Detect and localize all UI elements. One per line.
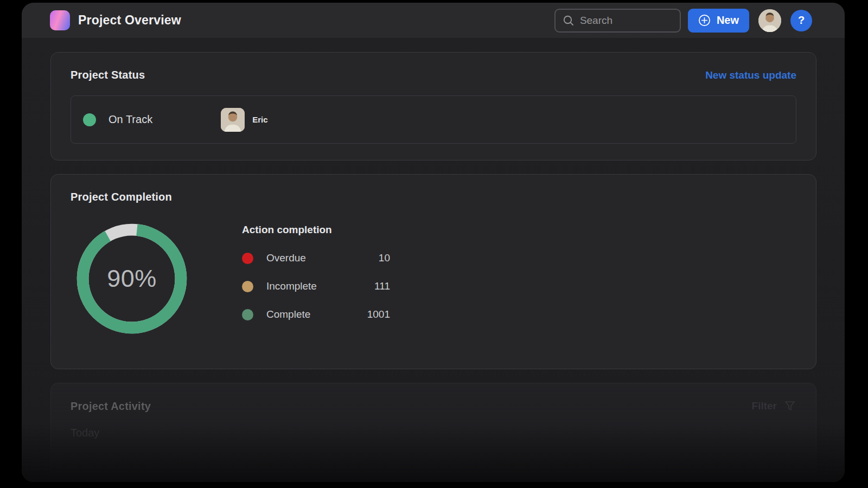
page-title: Project Overview: [78, 13, 181, 28]
legend-row-complete: Complete 1001: [242, 309, 390, 320]
complete-dot-icon: [242, 309, 253, 320]
top-bar: Project Overview New: [22, 3, 845, 38]
legend-row-overdue: Overdue 10: [242, 252, 390, 264]
legend-value: 1001: [352, 309, 390, 320]
app-logo-icon: [50, 10, 70, 30]
filter-funnel-icon: [783, 400, 796, 413]
legend-title: Action completion: [242, 224, 390, 236]
completion-donut-chart: 90%: [71, 217, 193, 340]
legend-value: 111: [352, 280, 390, 292]
legend-label: Overdue: [266, 252, 352, 264]
activity-card-title: Project Activity: [71, 400, 151, 413]
search-field: [554, 9, 681, 33]
filter-button[interactable]: Filter: [752, 400, 796, 413]
search-input[interactable]: [580, 15, 673, 27]
legend-row-incomplete: Incomplete 111: [242, 280, 390, 292]
new-status-update-link[interactable]: New status update: [705, 69, 796, 81]
completion-card-title: Project Completion: [71, 191, 796, 203]
status-row: On Track Eric: [71, 95, 796, 144]
overdue-dot-icon: [242, 253, 253, 264]
status-dot-icon: [83, 113, 96, 126]
status-label: On Track: [108, 113, 152, 126]
user-avatar[interactable]: [758, 9, 781, 32]
new-button-label: New: [717, 14, 739, 27]
help-button[interactable]: ?: [790, 10, 812, 31]
project-status-card: Project Status New status update On Trac…: [50, 52, 816, 160]
project-completion-card: Project Completion 90% Action completion…: [50, 174, 816, 369]
owner-name: Eric: [252, 115, 267, 124]
plus-circle-icon: [698, 14, 711, 27]
owner-avatar-image: [221, 108, 245, 132]
legend-value: 10: [352, 252, 390, 264]
filter-label: Filter: [752, 400, 777, 412]
new-button[interactable]: New: [688, 9, 749, 33]
completion-legend: Action completion Overdue 10 Incomplete …: [242, 217, 390, 340]
incomplete-dot-icon: [242, 281, 253, 292]
main-content: Project Status New status update On Trac…: [22, 38, 845, 482]
search-icon: [563, 15, 575, 27]
legend-label: Incomplete: [266, 280, 352, 292]
legend-label: Complete: [266, 309, 352, 320]
owner-avatar: [221, 108, 245, 132]
user-avatar-image: [758, 9, 781, 32]
status-card-title: Project Status: [71, 69, 145, 81]
activity-group-label: Today: [71, 427, 796, 439]
app-window: Project Overview New: [22, 3, 845, 482]
donut-center-label: 90%: [71, 217, 193, 340]
project-activity-card: Project Activity Filter Today: [50, 383, 816, 482]
